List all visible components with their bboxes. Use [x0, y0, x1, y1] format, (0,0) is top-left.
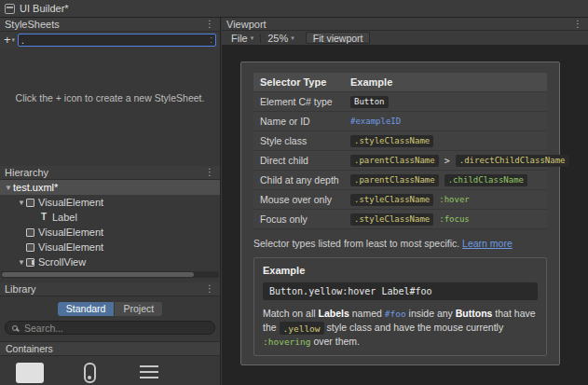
learn-more-link[interactable]: Learn more: [462, 238, 513, 249]
code-token: .styleClassName: [350, 135, 433, 147]
foldout-arrow-icon[interactable]: ▼: [4, 184, 13, 192]
code-token: .childClassName: [444, 174, 527, 186]
code-token: #exampleID: [350, 117, 401, 126]
selector-row-label: Child at any depth: [253, 174, 350, 186]
left-pane: StyleSheets ⋮ + ▾ : Click the + icon to …: [0, 18, 221, 385]
selector-row-direct-child: Direct child.parentClassName>.directChil…: [253, 151, 547, 171]
example-column-header: Example: [350, 76, 392, 88]
list-view-thumbnail-icon: [140, 365, 158, 381]
plus-icon: +: [4, 34, 11, 46]
selector-suffix: :: [210, 34, 212, 45]
selector-row-example: .parentClassName.childClassName: [350, 174, 527, 186]
stylesheets-header: StyleSheets ⋮: [0, 18, 220, 32]
visual-element-icon: [26, 199, 34, 207]
library-item-list-view[interactable]: [119, 361, 179, 385]
viewport-pane: Viewport ⋮ File ▾ 25% ▾ Fit viewport Sel…: [222, 18, 588, 385]
scrollbar-thumb[interactable]: [2, 272, 194, 277]
selector-table-rows: Element C# typeButtonName or ID#exampleI…: [253, 92, 547, 229]
library-tab-standard[interactable]: Standard: [58, 302, 115, 316]
hierarchy-item-label: VisualElement: [38, 241, 103, 253]
library-header: Library ⋮: [0, 282, 220, 296]
file-menu-button[interactable]: File ▾: [225, 31, 260, 45]
visual-element-icon: [26, 228, 34, 237]
description-part: style class and have the mouse currently: [324, 322, 504, 333]
selector-type-column-header: Selector Type: [253, 76, 350, 88]
zoom-dropdown[interactable]: 25% ▾: [261, 31, 301, 45]
hierarchy-horizontal-scrollbar[interactable]: [1, 271, 219, 278]
hierarchy-item-test-uxml[interactable]: ▼test.uxml*: [0, 180, 220, 195]
chevron-down-icon: ▾: [12, 36, 16, 43]
zoom-level: 25%: [267, 33, 288, 44]
stylesheets-title: StyleSheets: [5, 19, 60, 30]
example-title: Example: [263, 265, 538, 276]
hierarchy-item-visualelement[interactable]: VisualElement: [0, 225, 220, 240]
hierarchy-item-visualelement[interactable]: ▼VisualElement: [0, 195, 220, 210]
viewport-header: Viewport ⋮: [222, 18, 588, 31]
selector-row-label: Name or ID: [253, 116, 350, 127]
description-part: over them.: [310, 336, 360, 347]
new-selector-field[interactable]: :: [18, 34, 216, 47]
example-description: Match on all Labels named #foo inside an…: [263, 307, 538, 349]
description-part: inside any: [406, 308, 456, 319]
file-menu-label: File: [231, 33, 248, 44]
selector-row-example: .styleClassName:focus: [350, 213, 470, 226]
chevron-down-icon: ▾: [291, 34, 294, 41]
hierarchy-item-label: VisualElement: [38, 227, 103, 238]
code-token: .parentClassName: [350, 155, 439, 167]
hierarchy-item-label: test.uxml*: [13, 182, 58, 193]
code-token: :hover: [439, 195, 470, 204]
selector-row-mouse-over-only: Mouse over only.styleClassName:hover: [253, 190, 547, 210]
foldout-arrow-icon[interactable]: ▼: [17, 258, 26, 267]
description-part: Labels: [319, 308, 349, 319]
selector-row-style-class: Style class.styleClassName: [253, 131, 547, 151]
hierarchy-menu-icon[interactable]: ⋮: [204, 168, 215, 177]
example-code: Button.yellow:hover Label#foo: [263, 282, 538, 300]
description-part: #foo: [385, 309, 406, 319]
label-icon: T: [39, 213, 48, 222]
library-section-containers[interactable]: Containers: [0, 341, 220, 356]
code-token: .directChildClassName: [456, 155, 569, 167]
library-search-field[interactable]: [5, 321, 215, 335]
selector-row-element-c-type: Element C# typeButton: [253, 92, 547, 112]
library-item-scroll-view[interactable]: [60, 361, 119, 385]
selector-row-focus-only: Focus only.styleClassName:focus: [253, 210, 547, 229]
library-item-visual-element[interactable]: [0, 361, 60, 385]
selector-row-example: #exampleID: [350, 117, 401, 126]
library-menu-icon[interactable]: ⋮: [204, 284, 215, 294]
specificity-note: Selector types listed from least to most…: [253, 238, 547, 249]
hierarchy-tree: ▼test.uxml*▼VisualElementTLabelVisualEle…: [0, 180, 220, 271]
stylesheets-menu-icon[interactable]: ⋮: [204, 20, 215, 29]
ui-builder-icon: [5, 4, 15, 14]
hierarchy-item-label: ScrollView: [38, 256, 86, 268]
ui-builder-window: UI Builder* StyleSheets ⋮ + ▾ : Click th…: [0, 0, 588, 385]
description-part: Buttons: [456, 308, 493, 319]
hierarchy-item-visualelement[interactable]: VisualElement: [0, 240, 220, 254]
stylesheets-empty-message: Click the + icon to create a new StyleSh…: [0, 92, 220, 103]
fit-viewport-button[interactable]: Fit viewport: [306, 32, 371, 44]
example-box: Example Button.yellow:hover Label#foo Ma…: [253, 257, 547, 356]
viewport-canvas[interactable]: Selector Type Example Element C# typeBut…: [222, 46, 588, 385]
library-items: [0, 361, 220, 385]
description-part: named: [349, 308, 385, 319]
add-stylesheet-button[interactable]: + ▾: [4, 34, 15, 46]
selector-cheatsheet-panel: Selector Type Example Element C# typeBut…: [240, 62, 560, 365]
selector-row-example: .parentClassName>.directChildClassName: [350, 155, 569, 167]
foldout-arrow-icon[interactable]: ▼: [17, 199, 26, 207]
selector-row-name-or-id: Name or ID#exampleID: [253, 112, 547, 131]
code-token: >: [444, 156, 450, 166]
window-tab[interactable]: UI Builder*: [0, 0, 588, 18]
viewport-menu-icon[interactable]: ⋮: [572, 20, 583, 29]
new-selector-input[interactable]: [21, 34, 210, 46]
library-search-input[interactable]: [22, 322, 208, 335]
selector-row-label: Element C# type: [253, 96, 350, 107]
selector-row-child-at-any-depth: Child at any depth.parentClassName.child…: [253, 171, 547, 190]
library-tab-project[interactable]: Project: [115, 302, 162, 316]
hierarchy-header: Hierarchy ⋮: [0, 166, 220, 180]
code-token: .parentClassName: [350, 174, 439, 186]
code-token: Button: [350, 96, 389, 108]
viewport-toolbar: File ▾ 25% ▾ Fit viewport: [222, 31, 588, 46]
hierarchy-item-label[interactable]: TLabel: [0, 210, 220, 225]
selector-row-example: Button: [350, 96, 389, 108]
library-tabs: StandardProject: [0, 301, 220, 316]
hierarchy-item-scrollview[interactable]: ▼ScrollView: [0, 254, 220, 269]
